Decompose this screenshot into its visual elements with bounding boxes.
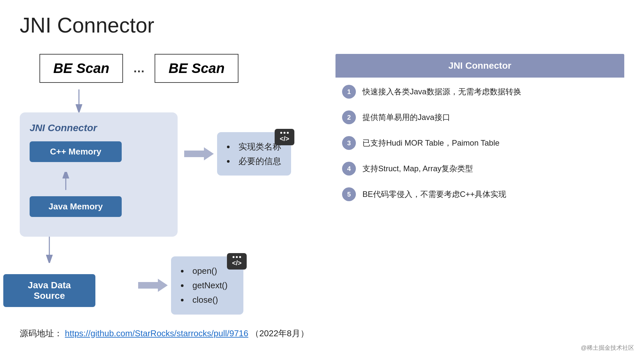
code-icon-box-2: </> xyxy=(227,253,247,270)
svg-marker-5 xyxy=(184,147,214,160)
panel-item-5: 5 BE代码零侵入，不需要考虑C++具体实现 xyxy=(335,181,624,207)
item-number-2: 2 xyxy=(342,110,356,124)
code-symbol-2: </> xyxy=(232,259,242,267)
dot-6 xyxy=(239,256,241,258)
arrow-right-bottom xyxy=(138,279,168,292)
dot-1 xyxy=(280,132,282,134)
java-datasource-box: Java Data Source xyxy=(3,274,95,307)
note-list-1: 实现类名称 必要的信息 xyxy=(227,139,281,168)
jni-inner: C++ Memory xyxy=(30,141,168,227)
source-prefix: 源码地址： xyxy=(20,328,62,338)
java-memory-btn: Java Memory xyxy=(30,196,122,217)
note-item-1-1: 实现类名称 xyxy=(227,139,281,154)
arrow-down2-svg xyxy=(43,237,56,263)
item-text-3: 已支持Hudi MOR Table，Paimon Table xyxy=(362,137,500,149)
up-arrow-container xyxy=(59,172,168,193)
right-arrows-notes: </> 实现类名称 必要的信息 xyxy=(184,132,291,179)
arrow-down2-wrapper xyxy=(43,237,56,264)
item-number-1: 1 xyxy=(342,85,356,99)
source-suffix: （2022年8月） xyxy=(251,328,309,338)
page-container: JNI Connector BE Scan … BE Scan xyxy=(0,0,644,355)
panel-item-3: 3 已支持Hudi MOR Table，Paimon Table xyxy=(335,130,624,156)
dot-4 xyxy=(233,256,235,258)
source-line: 源码地址： https://github.com/StarRocks/starr… xyxy=(20,328,316,339)
right-panel: JNI Connector 1 快速接入各类Java数据源，无需考虑数据转换 2… xyxy=(335,54,624,342)
full-left: BE Scan … BE Scan xyxy=(20,54,316,339)
note-item-2-1: open() xyxy=(181,264,234,278)
item-text-1: 快速接入各类Java数据源，无需考虑数据转换 xyxy=(362,86,521,97)
arrow-right-top xyxy=(184,147,214,160)
jni-connector-label: JNI Connector xyxy=(30,122,168,133)
jni-connector-box: JNI Connector C++ Memory xyxy=(20,112,178,237)
left-diagram: BE Scan … BE Scan xyxy=(20,54,316,342)
panel-item-2: 2 提供简单易用的Java接口 xyxy=(335,105,624,130)
note-box-1: </> 实现类名称 必要的信息 xyxy=(217,132,291,176)
item-text-5: BE代码零侵入，不需要考虑C++具体实现 xyxy=(362,189,506,200)
note-list-2: open() getNext() close() xyxy=(181,264,234,307)
be-scan-box-2: BE Scan xyxy=(155,54,238,83)
note-item-1-2: 必要的信息 xyxy=(227,154,281,168)
panel-header: JNI Connector xyxy=(335,54,624,78)
item-text-2: 提供简单易用的Java接口 xyxy=(362,112,450,123)
datasource-btn-wrapper: Java Data Source xyxy=(3,264,95,307)
dot-3 xyxy=(287,132,289,134)
panel-header-text: JNI Connector xyxy=(448,60,511,71)
dot-5 xyxy=(236,256,238,258)
be-scan-row: BE Scan … BE Scan xyxy=(39,54,316,83)
source-link[interactable]: https://github.com/StarRocks/starrocks/p… xyxy=(65,328,248,338)
arrow-down-svg xyxy=(72,89,86,112)
diagram-wrapper: JNI Connector C++ Memory xyxy=(20,112,316,237)
up-arrow-svg xyxy=(59,172,72,192)
code-symbol-1: </> xyxy=(280,135,289,143)
bottom-note-row: </> open() getNext() close() xyxy=(138,256,243,315)
top-note-row: </> 实现类名称 必要的信息 xyxy=(184,132,291,176)
item-number-5: 5 xyxy=(342,187,356,201)
dots-row-1 xyxy=(280,132,289,134)
watermark: @稀土掘金技术社区 xyxy=(581,344,634,352)
panel-item-1: 1 快速接入各类Java数据源，无需考虑数据转换 xyxy=(335,79,624,105)
note-item-2-2: getNext() xyxy=(181,278,234,293)
main-content: BE Scan … BE Scan xyxy=(20,54,624,342)
dot-2 xyxy=(284,132,285,134)
bottom-section: Java Data Source xyxy=(20,237,316,315)
cpp-memory-btn: C++ Memory xyxy=(30,141,122,162)
arrow-down-container xyxy=(72,89,316,112)
svg-marker-9 xyxy=(138,279,168,292)
item-number-4: 4 xyxy=(342,162,356,176)
note-box-2: </> open() getNext() close() xyxy=(171,256,243,315)
item-number-3: 3 xyxy=(342,136,356,150)
be-scan-box-1: BE Scan xyxy=(39,54,123,83)
dots-row-2 xyxy=(233,256,241,258)
code-icon-box-1: </> xyxy=(275,129,294,145)
page-title: JNI Connector xyxy=(20,13,624,37)
dots-separator: … xyxy=(133,61,145,75)
note-item-2-3: close() xyxy=(181,293,234,307)
panel-item-4: 4 支持Struct, Map, Array复杂类型 xyxy=(335,156,624,181)
item-text-4: 支持Struct, Map, Array复杂类型 xyxy=(362,163,473,174)
